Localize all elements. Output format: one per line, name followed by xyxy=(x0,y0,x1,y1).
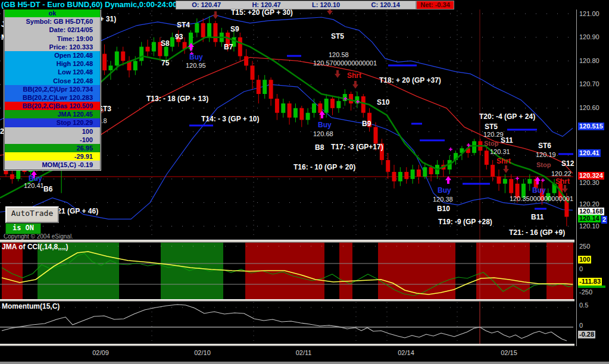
axis-label: -0.28 xyxy=(578,331,595,338)
chart-annotation: Buy xyxy=(318,121,332,129)
data-window-row: -100 xyxy=(5,136,100,144)
data-window-row: Symbol: GB H5-DT,60 xyxy=(5,17,100,26)
chart-title-bar: (GB H5-DT - Euro BUND,60) Dynamic,0:00-2… xyxy=(0,0,609,10)
chart-annotation: T16: - 10 (GP + 20) xyxy=(293,164,355,171)
candle-body xyxy=(429,167,433,174)
axis-label: 120.41 xyxy=(578,149,601,157)
axis-label: 0 xyxy=(578,265,584,273)
chart-annotation: Shrt xyxy=(555,178,570,186)
candle-body xyxy=(4,170,8,174)
chart-annotation: Shrt xyxy=(347,72,361,80)
candle-body xyxy=(417,170,421,177)
data-window-row: Close 120.48 xyxy=(5,77,100,85)
data-window-row: JMA 120.45 xyxy=(5,110,100,118)
net-change-badge: Net: -0.34 xyxy=(416,1,454,10)
momentum-indicator-panel xyxy=(0,302,574,344)
date-axis-label: 02/14 xyxy=(398,349,414,356)
chart-annotation: B11 xyxy=(531,214,544,221)
chart-annotation: T15: +20 (GP + 30) xyxy=(231,9,293,17)
candle-body xyxy=(324,99,329,113)
chart-annotation: Stop xyxy=(484,140,498,148)
date-axis-label: 02/10 xyxy=(194,349,211,356)
chart-annotation: ST5 xyxy=(331,33,344,40)
axis-label: 120.90 xyxy=(578,33,601,41)
momentum-line xyxy=(2,305,567,341)
data-window-row: 26.95 xyxy=(5,144,100,152)
candle-body xyxy=(299,108,304,120)
pane-splitter[interactable] xyxy=(0,299,609,302)
candle-body xyxy=(411,170,415,179)
momentum-panel-title: Momentum(15,C) xyxy=(2,302,60,310)
chart-annotation: T13: - 18 (GP + 13) xyxy=(146,95,208,103)
axis-label: 0 xyxy=(578,322,584,330)
candle-body xyxy=(497,177,501,184)
candle-body xyxy=(472,141,476,153)
candle-body xyxy=(108,65,113,70)
candle-body xyxy=(374,127,378,144)
chart-annotation: 120.19 xyxy=(536,152,556,159)
sell-arrow-icon xyxy=(503,165,509,173)
date-axis-label: 02/09 xyxy=(92,349,109,356)
chart-annotation: S9 xyxy=(230,26,239,33)
axis-label: 120.30 xyxy=(578,179,601,187)
chart-annotation: B10 xyxy=(437,205,450,213)
price-axis-border xyxy=(576,10,577,346)
candle-body xyxy=(306,113,310,120)
sell-arrow-icon xyxy=(335,70,341,78)
date-axis-label: 02/15 xyxy=(501,349,517,356)
autotrade-status-badge: is ON xyxy=(5,223,41,234)
chart-annotation: S8 xyxy=(161,40,170,48)
data-window-row: Time: 19:00 xyxy=(5,34,100,43)
chart-annotation: B8 xyxy=(315,144,324,152)
axis-label: 0.5 xyxy=(578,302,589,309)
autotrade-button[interactable]: AutoTrade xyxy=(5,206,59,223)
candle-body xyxy=(349,94,353,103)
candle-body xyxy=(133,61,138,70)
cci-regime-block xyxy=(161,243,223,299)
candle-body xyxy=(423,167,427,177)
chart-annotation: 120.57000000000001 xyxy=(313,60,377,67)
chart-annotation: 120.22 xyxy=(551,171,571,178)
chart-annotation: T20: -4 (GP + 24) xyxy=(479,113,535,121)
chart-annotation: T17: -3 (GP+17) xyxy=(331,143,383,151)
chart-annotation: ST5 xyxy=(485,123,498,131)
chart-annotation: B6 xyxy=(43,186,52,193)
open-value: O: 120.47 xyxy=(192,2,221,8)
candle-body xyxy=(361,96,366,113)
sell-arrow-icon xyxy=(213,11,218,19)
cci-regime-block xyxy=(476,243,530,299)
candle-body xyxy=(207,23,211,37)
chart-annotation: Buy xyxy=(189,54,203,61)
chart-annotation: 120.31 xyxy=(490,149,510,156)
cci-panel-title: JMA of CCI(,14,8,,,,) xyxy=(2,243,68,251)
chart-annotation: Shrt xyxy=(496,158,511,165)
copyright-text: Copyright © 2004 eSignal. xyxy=(4,234,73,240)
axis-marker-strip xyxy=(578,285,605,288)
ohlc-readout: O: 120.47 H: 120.47 L: 120.10 C: 120.14 xyxy=(176,1,416,10)
chart-annotation: Stop xyxy=(536,162,551,169)
chart-title: (GB H5-DT - Euro BUND,60) Dynamic,0:00-2… xyxy=(1,0,177,9)
candle-body xyxy=(503,179,507,184)
chart-annotation: 120.68 xyxy=(313,131,333,138)
sell-arrow-icon xyxy=(562,185,568,193)
data-window-row: BB(20,2,C)Bas 120.509 xyxy=(5,102,100,110)
candle-body xyxy=(312,103,316,113)
candle-body xyxy=(195,23,199,33)
chart-annotation: Buy xyxy=(29,175,42,183)
chart-annotation: 2 xyxy=(0,128,4,136)
candle-body xyxy=(288,103,292,118)
candle-body xyxy=(281,103,285,113)
data-window-row: Date: 02/14/05 xyxy=(5,26,100,34)
axis-label: 120.70 xyxy=(578,80,601,88)
pane-splitter[interactable] xyxy=(0,240,609,243)
candle-body xyxy=(485,150,489,165)
buy-arrow-icon xyxy=(445,176,451,184)
chart-annotation: S11 xyxy=(501,137,513,145)
candle-body xyxy=(330,99,335,108)
candle-body xyxy=(102,54,107,71)
axis-label: 100 xyxy=(578,256,591,263)
axis-label: 120.60 xyxy=(578,104,601,112)
axis-label: 120.80 xyxy=(578,57,601,65)
candle-body xyxy=(244,57,248,66)
pane-splitter[interactable] xyxy=(0,344,609,346)
